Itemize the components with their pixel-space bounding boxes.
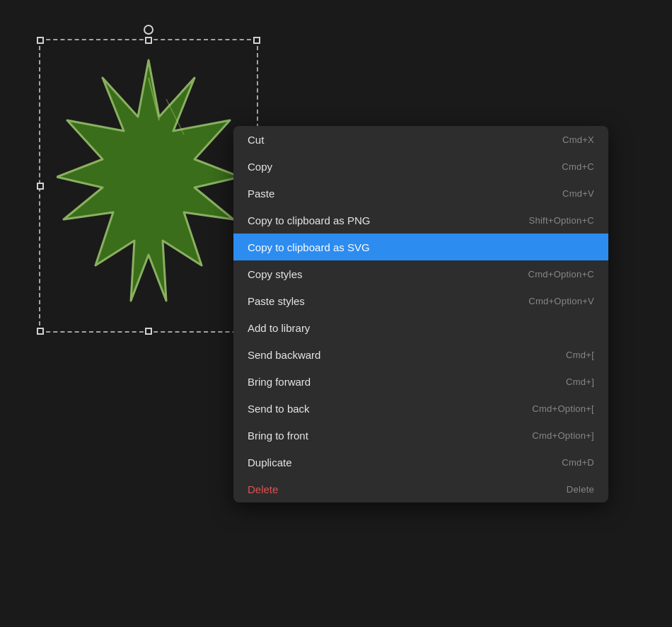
menu-item-send-backward-shortcut: Cmd+[ [566, 350, 594, 360]
menu-item-bring-forward[interactable]: Bring forward Cmd+] [233, 368, 608, 395]
menu-item-copy-svg-label: Copy to clipboard as SVG [248, 241, 370, 253]
menu-item-copy[interactable]: Copy Cmd+C [233, 153, 608, 180]
menu-item-bring-forward-label: Bring forward [248, 376, 311, 388]
handle-middle-left[interactable] [37, 183, 44, 190]
rotation-handle[interactable] [144, 25, 153, 35]
menu-item-copy-styles-label: Copy styles [248, 268, 303, 280]
menu-item-add-to-library-label: Add to library [248, 322, 310, 334]
menu-item-paste-styles-shortcut: Cmd+Option+V [528, 296, 594, 306]
menu-item-delete-shortcut: Delete [567, 484, 594, 495]
handle-bottom-left[interactable] [37, 328, 44, 335]
menu-item-send-backward-label: Send backward [248, 349, 320, 361]
menu-item-copy-shortcut: Cmd+C [562, 161, 594, 172]
canvas: Cut Cmd+X Copy Cmd+C Paste Cmd+V Copy to… [0, 0, 672, 627]
menu-item-paste[interactable]: Paste Cmd+V [233, 180, 608, 207]
menu-item-send-backward[interactable]: Send backward Cmd+[ [233, 341, 608, 368]
menu-item-cut[interactable]: Cut Cmd+X [233, 126, 608, 153]
menu-item-copy-png-label: Copy to clipboard as PNG [248, 214, 370, 226]
svg-marker-0 [57, 60, 241, 301]
handle-top-middle[interactable] [145, 37, 152, 44]
menu-item-duplicate-label: Duplicate [248, 456, 292, 468]
menu-item-paste-shortcut: Cmd+V [562, 188, 594, 199]
menu-item-paste-styles[interactable]: Paste styles Cmd+Option+V [233, 287, 608, 314]
menu-item-duplicate-shortcut: Cmd+D [562, 457, 594, 468]
menu-item-copy-png-shortcut: Shift+Option+C [528, 215, 594, 226]
menu-item-cut-shortcut: Cmd+X [562, 134, 594, 145]
menu-item-copy-styles[interactable]: Copy styles Cmd+Option+C [233, 260, 608, 287]
menu-item-copy-svg[interactable]: Copy to clipboard as SVG [233, 234, 608, 260]
context-menu: Cut Cmd+X Copy Cmd+C Paste Cmd+V Copy to… [233, 126, 608, 502]
menu-item-copy-png[interactable]: Copy to clipboard as PNG Shift+Option+C [233, 207, 608, 234]
menu-item-copy-label: Copy [248, 161, 272, 173]
menu-item-bring-forward-shortcut: Cmd+] [566, 376, 594, 387]
star-shape [50, 50, 248, 326]
menu-item-send-to-back-label: Send to back [248, 403, 310, 415]
menu-item-cut-label: Cut [248, 134, 264, 146]
menu-item-copy-styles-shortcut: Cmd+Option+C [528, 269, 594, 280]
handle-top-left[interactable] [37, 37, 44, 44]
menu-item-send-to-back[interactable]: Send to back Cmd+Option+[ [233, 395, 608, 422]
handle-bottom-middle[interactable] [145, 328, 152, 335]
menu-item-bring-to-front[interactable]: Bring to front Cmd+Option+] [233, 422, 608, 449]
menu-item-delete[interactable]: Delete Delete [233, 476, 608, 502]
menu-item-paste-label: Paste [248, 188, 274, 200]
menu-item-bring-to-front-shortcut: Cmd+Option+] [532, 430, 594, 441]
menu-item-bring-to-front-label: Bring to front [248, 430, 308, 442]
menu-item-paste-styles-label: Paste styles [248, 295, 305, 307]
menu-item-duplicate[interactable]: Duplicate Cmd+D [233, 449, 608, 476]
menu-item-add-to-library[interactable]: Add to library [233, 314, 608, 341]
menu-item-delete-label: Delete [248, 483, 278, 495]
handle-top-right[interactable] [253, 37, 260, 44]
menu-item-send-to-back-shortcut: Cmd+Option+[ [532, 403, 594, 414]
